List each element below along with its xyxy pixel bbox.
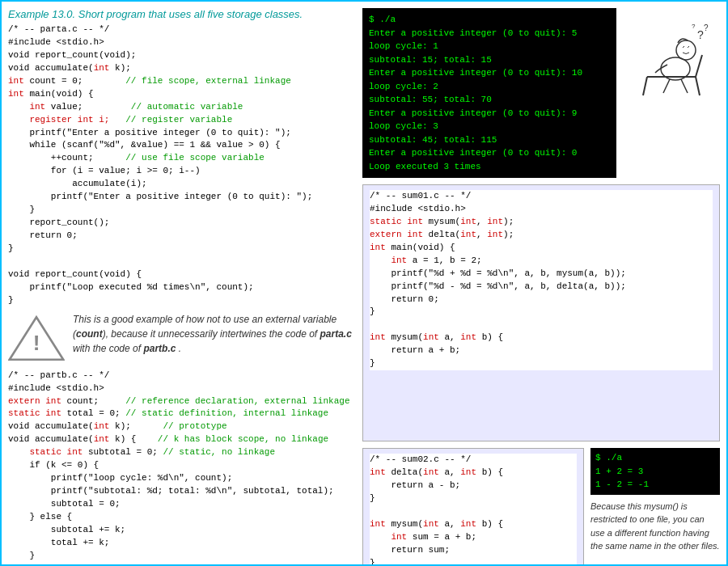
- svg-text:?: ?: [697, 28, 704, 41]
- sum02-code: /* -- sum02.c -- */ int delta(int a, int…: [370, 454, 577, 566]
- svg-line-8: [683, 46, 684, 48]
- main-container: Example 13.0. Short program that uses al…: [2, 2, 726, 564]
- note-text: Because this mysum() is restricted to on…: [590, 500, 720, 553]
- right-bottom-right: $ ./a 1 + 2 = 3 1 - 2 = -1 Because this …: [590, 448, 720, 566]
- warning-icon: !: [8, 312, 65, 365]
- warning-text: This is a good example of how not to use…: [73, 312, 356, 356]
- svg-line-5: [696, 55, 702, 77]
- svg-line-14: [681, 79, 688, 93]
- left-panel: Example 13.0. Short program that uses al…: [8, 8, 356, 566]
- right-top: $ ./a Enter a positive integer (0 to qui…: [362, 8, 720, 178]
- right-bottom: /* -- sum02.c -- */ int delta(int a, int…: [362, 448, 720, 566]
- warning-area: ! This is a good example of how not to u…: [8, 312, 356, 365]
- svg-text:!: !: [33, 331, 40, 355]
- content-area: Example 13.0. Short program that uses al…: [2, 2, 726, 566]
- svg-text:?: ?: [704, 23, 709, 32]
- svg-line-13: [663, 79, 670, 93]
- person-illustration: ? ? ?: [623, 8, 720, 97]
- parta-code: /* -- parta.c -- */ #include <stdio.h> v…: [8, 23, 356, 307]
- svg-line-9: [688, 46, 689, 48]
- svg-line-4: [696, 77, 700, 95]
- terminal-output: $ ./a Enter a positive integer (0 to qui…: [362, 8, 616, 178]
- partb-code: /* -- partb.c -- */ #include <stdio.h> e…: [8, 370, 356, 566]
- sum01-code-box: /* -- sum01.c -- */ #include <stdio.h> s…: [362, 184, 720, 441]
- example-title: Example 13.0. Short program that uses al…: [8, 8, 356, 20]
- sum02-code-box: /* -- sum02.c -- */ int delta(int a, int…: [362, 448, 584, 566]
- terminal-box: $ ./a Enter a positive integer (0 to qui…: [362, 8, 616, 178]
- svg-text:?: ?: [692, 23, 696, 30]
- svg-point-7: [676, 40, 696, 60]
- right-panel: $ ./a Enter a positive integer (0 to qui…: [362, 8, 720, 566]
- terminal-small: $ ./a 1 + 2 = 3 1 - 2 = -1: [590, 448, 720, 495]
- sum01-code: /* -- sum01.c -- */ #include <stdio.h> s…: [370, 190, 713, 370]
- svg-line-3: [643, 77, 647, 95]
